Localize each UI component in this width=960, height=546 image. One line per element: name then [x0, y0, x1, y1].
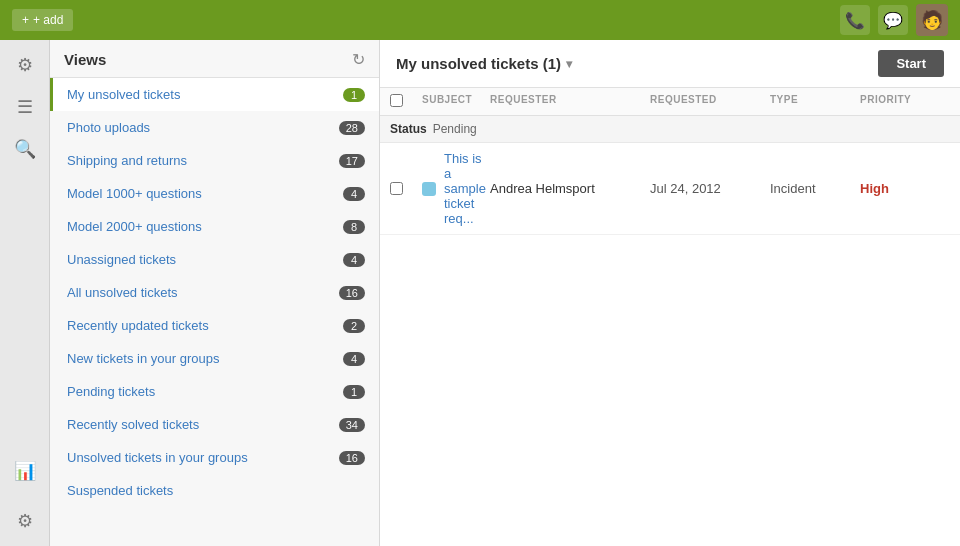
- views-refresh-button[interactable]: ↻: [352, 50, 365, 69]
- type-col-header: Type: [770, 94, 860, 109]
- view-item-5[interactable]: Unassigned tickets4: [50, 243, 379, 276]
- view-item-4[interactable]: Model 2000+ questions8: [50, 210, 379, 243]
- view-item-label-11: Unsolved tickets in your groups: [67, 450, 248, 465]
- ticket-checkbox-0[interactable]: [390, 182, 403, 195]
- view-item-9[interactable]: Pending tickets1: [50, 375, 379, 408]
- avatar[interactable]: 🧑: [916, 4, 948, 36]
- view-item-label-6: All unsolved tickets: [67, 285, 178, 300]
- start-button[interactable]: Start: [878, 50, 944, 77]
- view-badge-10: 34: [339, 418, 365, 432]
- checkbox-col-header: [390, 94, 422, 109]
- view-item-7[interactable]: Recently updated tickets2: [50, 309, 379, 342]
- view-item-label-0: My unsolved tickets: [67, 87, 180, 102]
- view-item-8[interactable]: New tickets in your groups4: [50, 342, 379, 375]
- views-panel: Views ↻ My unsolved tickets1Photo upload…: [50, 40, 380, 546]
- view-item-6[interactable]: All unsolved tickets16: [50, 276, 379, 309]
- subject-cell-0: This is a sample ticket req...: [422, 151, 490, 226]
- view-item-1[interactable]: Photo uploads28: [50, 111, 379, 144]
- ticket-priority-0: High: [860, 181, 950, 196]
- chat-icon[interactable]: 💬: [878, 5, 908, 35]
- view-item-2[interactable]: Shipping and returns17: [50, 144, 379, 177]
- main-header: My unsolved tickets (1) ▾ Start: [380, 40, 960, 88]
- ticket-subject-0[interactable]: This is a sample ticket req...: [444, 151, 490, 226]
- view-item-label-8: New tickets in your groups: [67, 351, 219, 366]
- tickets-table: Subject Requester Requested Type Priorit…: [380, 88, 960, 546]
- menu-icon[interactable]: ☰: [8, 90, 42, 124]
- topbar-left: + + add: [12, 9, 73, 31]
- view-badge-9: 1: [343, 385, 365, 399]
- table-header: Subject Requester Requested Type Priorit…: [380, 88, 960, 116]
- topbar-right: 📞 💬 🧑: [840, 4, 948, 36]
- add-button[interactable]: + + add: [12, 9, 73, 31]
- view-item-label-3: Model 1000+ questions: [67, 186, 202, 201]
- table-row[interactable]: This is a sample ticket req... Andrea He…: [380, 143, 960, 235]
- view-badge-3: 4: [343, 187, 365, 201]
- select-all-checkbox[interactable]: [390, 94, 403, 107]
- views-list: My unsolved tickets1Photo uploads28Shipp…: [50, 78, 379, 546]
- view-badge-5: 4: [343, 253, 365, 267]
- admin-icon[interactable]: ⚙: [8, 504, 42, 538]
- title-dropdown-arrow[interactable]: ▾: [566, 57, 572, 71]
- row-checkbox-0[interactable]: [390, 182, 422, 195]
- settings-icon[interactable]: ⚙: [8, 48, 42, 82]
- phone-icon[interactable]: 📞: [840, 5, 870, 35]
- add-label: + add: [33, 13, 63, 27]
- subject-col-header: Subject: [422, 94, 490, 109]
- view-item-label-5: Unassigned tickets: [67, 252, 176, 267]
- icon-sidebar: ⚙ ☰ 🔍 📊 ⚙: [0, 40, 50, 546]
- view-item-12[interactable]: Suspended tickets: [50, 474, 379, 507]
- view-item-0[interactable]: My unsolved tickets1: [50, 78, 379, 111]
- views-title: Views: [64, 51, 106, 68]
- view-item-label-7: Recently updated tickets: [67, 318, 209, 333]
- view-item-3[interactable]: Model 1000+ questions4: [50, 177, 379, 210]
- view-badge-8: 4: [343, 352, 365, 366]
- status-group-row: Status Pending: [380, 116, 960, 143]
- view-badge-6: 16: [339, 286, 365, 300]
- view-item-label-12: Suspended tickets: [67, 483, 173, 498]
- status-group-label: Status: [390, 122, 427, 136]
- view-badge-11: 16: [339, 451, 365, 465]
- view-badge-4: 8: [343, 220, 365, 234]
- view-item-label-4: Model 2000+ questions: [67, 219, 202, 234]
- view-badge-0: 1: [343, 88, 365, 102]
- main-title-text: My unsolved tickets (1): [396, 55, 561, 72]
- plus-icon: +: [22, 13, 29, 27]
- ticket-status-dot-0: [422, 182, 436, 196]
- topbar: + + add 📞 💬 🧑: [0, 0, 960, 40]
- ticket-type-0: Incident: [770, 181, 860, 196]
- view-item-10[interactable]: Recently solved tickets34: [50, 408, 379, 441]
- search-icon[interactable]: 🔍: [8, 132, 42, 166]
- view-item-label-2: Shipping and returns: [67, 153, 187, 168]
- view-item-11[interactable]: Unsolved tickets in your groups16: [50, 441, 379, 474]
- view-badge-1: 28: [339, 121, 365, 135]
- ticket-rows-container: This is a sample ticket req... Andrea He…: [380, 143, 960, 235]
- ticket-requester-0: Andrea Helmsport: [490, 181, 650, 196]
- main-title: My unsolved tickets (1) ▾: [396, 55, 572, 72]
- status-group-value: Pending: [433, 122, 477, 136]
- priority-col-header: Priority: [860, 94, 950, 109]
- view-item-label-1: Photo uploads: [67, 120, 150, 135]
- requested-col-header: Requested: [650, 94, 770, 109]
- view-badge-2: 17: [339, 154, 365, 168]
- views-header: Views ↻: [50, 40, 379, 78]
- view-item-label-10: Recently solved tickets: [67, 417, 199, 432]
- reports-icon[interactable]: 📊: [8, 454, 42, 488]
- view-item-label-9: Pending tickets: [67, 384, 155, 399]
- view-badge-7: 2: [343, 319, 365, 333]
- requester-col-header: Requester: [490, 94, 650, 109]
- layout: ⚙ ☰ 🔍 📊 ⚙ Views ↻ My unsolved tickets1Ph…: [0, 40, 960, 546]
- ticket-date-0: Jul 24, 2012: [650, 181, 770, 196]
- main-content: My unsolved tickets (1) ▾ Start Subject …: [380, 40, 960, 546]
